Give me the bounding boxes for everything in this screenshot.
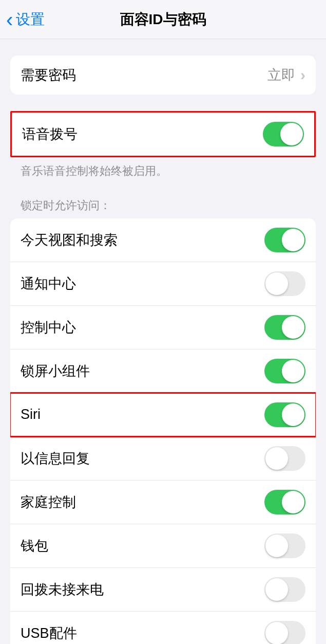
voice-dial-label: 语音拨号 (22, 125, 78, 143)
voice-dial-row: 语音拨号 (12, 113, 314, 156)
toggle-knob (282, 229, 304, 251)
require-passcode-row[interactable]: 需要密码 立即 › (10, 56, 316, 95)
row-label: USB配件 (21, 624, 77, 642)
home-control-row: 家庭控制 (10, 480, 316, 524)
chevron-left-icon: ‹ (6, 9, 13, 30)
toggle-knob (265, 622, 288, 644)
lock-screen-widgets-row: 锁屏小组件 (10, 349, 316, 393)
siri-toggle[interactable] (264, 402, 305, 427)
return-missed-calls-toggle[interactable] (264, 577, 305, 602)
back-button[interactable]: ‹ 设置 (0, 9, 45, 30)
notification-center-row: 通知中心 (10, 262, 316, 305)
require-passcode-group: 需要密码 立即 › (10, 56, 316, 95)
today-view-row: 今天视图和搜索 (10, 218, 316, 262)
row-label: Siri (21, 407, 41, 422)
row-label: 回拨未接来电 (21, 580, 104, 599)
reply-with-message-toggle[interactable] (264, 446, 305, 471)
toggle-knob (265, 272, 288, 295)
voice-dial-toggle[interactable] (263, 122, 304, 146)
usb-accessories-toggle[interactable] (264, 621, 305, 644)
toggle-knob (265, 535, 288, 557)
home-control-toggle[interactable] (264, 490, 305, 514)
require-passcode-value: 立即 (267, 66, 295, 84)
row-label: 以信息回复 (21, 449, 90, 468)
wallet-row: 钱包 (10, 524, 316, 567)
toggle-knob (265, 447, 288, 470)
control-center-toggle[interactable] (264, 315, 305, 340)
row-label: 锁屏小组件 (21, 362, 90, 380)
row-label: 控制中心 (21, 318, 76, 337)
toggle-knob (282, 360, 304, 382)
toggle-knob (282, 491, 304, 513)
toggle-knob (265, 578, 288, 601)
page-title: 面容ID与密码 (0, 10, 326, 29)
navigation-bar: ‹ 设置 面容ID与密码 (0, 0, 326, 39)
row-label: 钱包 (21, 537, 48, 555)
notification-center-toggle[interactable] (264, 271, 305, 296)
wallet-toggle[interactable] (264, 533, 305, 558)
row-label: 今天视图和搜索 (21, 231, 118, 249)
reply-with-message-row: 以信息回复 (10, 436, 316, 480)
lock-access-header: 锁定时允许访问： (10, 198, 316, 213)
toggle-knob (282, 403, 304, 426)
require-passcode-label: 需要密码 (21, 66, 76, 84)
siri-row: Siri (10, 393, 316, 436)
voice-dial-group: 语音拨号 (10, 111, 316, 157)
toggle-knob (280, 123, 303, 145)
return-missed-calls-row: 回拨未接来电 (10, 567, 316, 611)
back-label: 设置 (16, 10, 45, 29)
voice-dial-footer: 音乐语音控制将始终被启用。 (10, 157, 316, 179)
chevron-right-icon: › (300, 66, 305, 84)
row-label: 通知中心 (21, 274, 76, 293)
lock-screen-widgets-toggle[interactable] (264, 359, 305, 383)
toggle-knob (282, 316, 304, 339)
usb-accessories-row: USB配件 (10, 611, 316, 644)
row-label: 家庭控制 (21, 493, 76, 511)
lock-access-group: 今天视图和搜索 通知中心 控制中心 锁屏小组件 Siri 以信息回复 家庭控制 (10, 218, 316, 644)
today-view-toggle[interactable] (264, 228, 305, 252)
control-center-row: 控制中心 (10, 305, 316, 349)
